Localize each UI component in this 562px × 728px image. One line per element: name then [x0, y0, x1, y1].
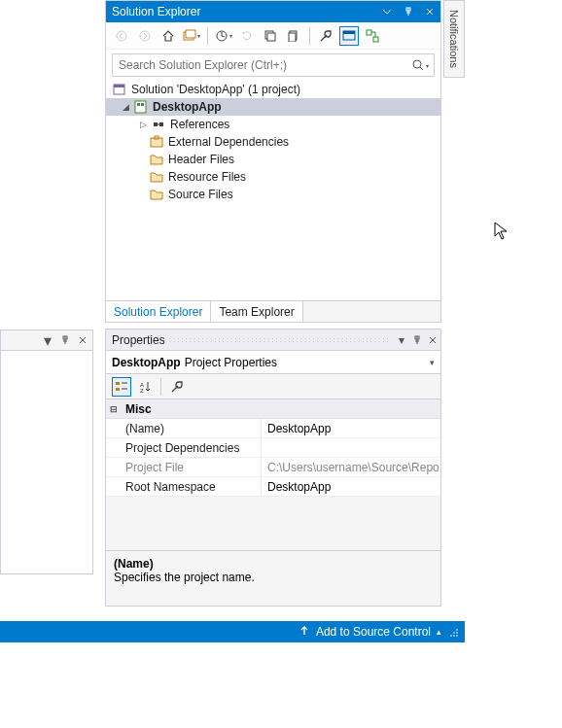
- svg-point-33: [450, 635, 452, 637]
- category-label: Misc: [125, 402, 152, 416]
- svg-rect-12: [367, 30, 371, 35]
- prop-row-rootns[interactable]: Root Namespace DesktopApp: [106, 477, 440, 497]
- references-icon: [151, 117, 166, 132]
- solution-label: Solution 'DesktopApp' (1 project): [131, 83, 300, 96]
- prop-name-value[interactable]: DesktopApp: [262, 419, 440, 437]
- solution-explorer-tabstrip: Solution Explorer Team Explorer: [106, 300, 440, 322]
- toolbar-separator: [160, 378, 161, 396]
- project-label: DesktopApp: [153, 100, 222, 114]
- svg-rect-27: [116, 388, 120, 391]
- svg-point-1: [117, 31, 126, 41]
- source-files-node[interactable]: Source Files: [106, 186, 440, 203]
- external-deps-node[interactable]: External Dependencies: [106, 133, 440, 151]
- solution-search-box[interactable]: ▾: [112, 53, 435, 77]
- collapse-all-button[interactable]: [261, 26, 280, 46]
- svg-rect-17: [135, 101, 146, 113]
- desc-name: (Name): [114, 557, 433, 571]
- references-node[interactable]: ▷ References: [106, 116, 440, 133]
- status-bar: Add to Source Control ▴: [0, 621, 465, 642]
- search-icon[interactable]: ▾: [406, 58, 434, 72]
- solution-tree: Solution 'DesktopApp' (1 project) ◢ Desk…: [106, 79, 440, 205]
- properties-grid-empty: [106, 497, 440, 551]
- minus-icon[interactable]: ⊟: [110, 404, 122, 414]
- add-source-control-button[interactable]: Add to Source Control: [316, 625, 431, 639]
- tab-solution-explorer[interactable]: Solution Explorer: [106, 301, 211, 322]
- svg-point-32: [456, 632, 458, 634]
- selector-type: Project Properties: [185, 356, 277, 369]
- solution-node[interactable]: Solution 'DesktopApp' (1 project): [106, 81, 440, 98]
- folder-icon: [149, 187, 164, 202]
- pin-icon[interactable]: [398, 1, 419, 22]
- window-dropdown-icon[interactable]: ▾: [40, 332, 55, 348]
- prop-rootns-label: Root Namespace: [106, 477, 262, 496]
- header-files-node[interactable]: Header Files: [106, 151, 440, 168]
- folder-icon: [149, 169, 164, 185]
- resize-grip-icon[interactable]: [447, 626, 459, 638]
- prop-rootns-value[interactable]: DesktopApp: [262, 477, 440, 496]
- mouse-cursor-icon: [494, 222, 509, 241]
- properties-panel: Properties :::::::::::::::::::::::::::::…: [105, 329, 441, 607]
- prop-row-file[interactable]: Project File C:\Users\username\Source\Re…: [106, 458, 440, 477]
- project-node[interactable]: ◢ DesktopApp: [106, 98, 440, 116]
- prop-row-name[interactable]: (Name) DesktopApp: [106, 419, 440, 438]
- properties-titlebar[interactable]: Properties :::::::::::::::::::::::::::::…: [106, 329, 440, 351]
- prop-row-dependencies[interactable]: Project Dependencies: [106, 438, 440, 458]
- svg-rect-20: [154, 122, 158, 126]
- solution-explorer-titlebar[interactable]: Solution Explorer: [106, 1, 440, 22]
- svg-point-14: [413, 60, 421, 68]
- property-pages-button[interactable]: [167, 377, 187, 397]
- prop-deps-value[interactable]: [262, 438, 440, 457]
- notifications-tab[interactable]: Notifications: [443, 0, 465, 78]
- close-icon[interactable]: [419, 1, 440, 22]
- category-misc[interactable]: ⊟ Misc: [106, 399, 440, 419]
- external-deps-label: External Dependencies: [168, 135, 289, 149]
- svg-point-34: [453, 632, 455, 634]
- solution-explorer-title: Solution Explorer: [112, 5, 200, 18]
- chevron-up-icon[interactable]: ▴: [437, 627, 441, 637]
- back-button[interactable]: [112, 26, 131, 46]
- project-icon: [133, 99, 149, 115]
- categorized-button[interactable]: [112, 377, 131, 397]
- show-all-files-button[interactable]: [284, 26, 303, 46]
- grip-dots: ::::::::::::::::::::::::::::::::::::::::…: [169, 335, 390, 344]
- close-icon[interactable]: [425, 332, 440, 348]
- external-deps-icon: [149, 134, 164, 150]
- expander-open-icon[interactable]: ◢: [120, 101, 131, 113]
- publish-arrow-icon[interactable]: [299, 625, 310, 640]
- alphabetical-button[interactable]: AZ: [135, 377, 155, 397]
- folder-icon: [149, 152, 164, 167]
- toolbar-separator: [309, 27, 310, 45]
- svg-rect-9: [289, 33, 296, 42]
- toolbar-separator: [207, 27, 208, 45]
- svg-point-30: [456, 635, 458, 637]
- solution-search-input[interactable]: [113, 58, 406, 72]
- references-label: References: [170, 118, 229, 131]
- pin-icon[interactable]: [57, 332, 73, 348]
- svg-rect-16: [114, 85, 124, 87]
- window-dropdown-icon[interactable]: [376, 1, 398, 22]
- properties-grid: ⊟ Misc (Name) DesktopApp Project Depende…: [106, 399, 440, 551]
- preview-selected-button[interactable]: [339, 26, 359, 46]
- svg-point-31: [453, 635, 455, 637]
- svg-point-2: [140, 31, 150, 41]
- expander-closed-icon[interactable]: ▷: [137, 119, 149, 130]
- svg-rect-18: [137, 103, 140, 106]
- properties-button[interactable]: [316, 26, 335, 46]
- properties-title: Properties: [112, 333, 165, 347]
- desc-text: Specifies the project name.: [114, 571, 433, 584]
- close-icon[interactable]: [75, 332, 90, 348]
- properties-object-selector[interactable]: DesktopApp Project Properties ▾: [106, 351, 440, 374]
- view-class-diagram-button[interactable]: [363, 26, 382, 46]
- pin-icon[interactable]: [409, 332, 425, 348]
- left-docked-panel: ▾: [0, 329, 93, 584]
- resource-files-node[interactable]: Resource Files: [106, 168, 440, 186]
- sync-button[interactable]: [237, 26, 257, 46]
- forward-button[interactable]: [135, 26, 155, 46]
- tab-team-explorer[interactable]: Team Explorer: [211, 301, 302, 322]
- pending-changes-filter-button[interactable]: ▾: [214, 26, 233, 46]
- window-dropdown-icon[interactable]: ▾: [394, 332, 409, 348]
- scope-switch-button[interactable]: ▾: [182, 26, 201, 46]
- prop-name-label: (Name): [106, 419, 262, 437]
- svg-rect-13: [373, 37, 378, 42]
- home-button[interactable]: [158, 26, 178, 46]
